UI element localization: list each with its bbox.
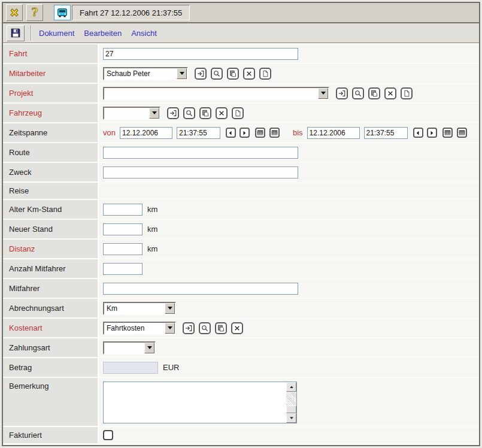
jump-to-record-icon (338, 89, 346, 98)
distanz-input[interactable] (103, 243, 143, 255)
betrag-unit: EUR (163, 363, 179, 372)
jump-to-record-icon (196, 69, 205, 78)
zahlungsart-label: Zahlungsart (3, 338, 98, 357)
menu-item-dokument[interactable]: Dokument (39, 29, 74, 38)
step-back-icon (414, 129, 422, 137)
scrollbar-track[interactable] (286, 392, 296, 405)
bis-next-button[interactable] (427, 128, 437, 138)
calendar-grid-icon (444, 129, 451, 137)
duplicate-record-icon (201, 109, 210, 117)
mitarbeiter-clear-button[interactable] (243, 68, 255, 80)
von-time-calendar-button[interactable] (269, 128, 280, 138)
magnifier-icon (185, 109, 193, 117)
bemerkung-scrollbar[interactable] (286, 382, 296, 423)
help-button[interactable] (26, 4, 43, 21)
dropdown-arrow-icon[interactable] (318, 88, 328, 99)
route-input[interactable] (103, 147, 298, 159)
menu-item-bearbeiten[interactable]: Bearbeiten (84, 29, 122, 38)
von-time-input[interactable] (177, 127, 220, 139)
calendar-grid-icon (271, 129, 278, 137)
mitarbeiter-goto-button[interactable] (195, 68, 207, 80)
alter-km-stand-label: Alter Km-Stand (3, 200, 98, 219)
bis-prev-button[interactable] (413, 128, 423, 138)
close-icon (8, 7, 20, 19)
zweck-input[interactable] (103, 167, 298, 178)
von-next-button[interactable] (240, 128, 250, 138)
projekt-clear-button[interactable] (384, 87, 396, 99)
dropdown-arrow-icon[interactable] (149, 108, 159, 119)
clear-x-icon (217, 109, 226, 117)
fahrzeug-new-button[interactable] (232, 107, 244, 119)
vehicle-tab-button[interactable] (54, 5, 71, 20)
magnifier-icon (213, 69, 221, 78)
route-label: Route (3, 143, 98, 162)
fakturiert-label: Fakturiert (3, 427, 98, 443)
kostenart-clear-button[interactable] (231, 322, 243, 334)
duplicate-record-icon (229, 69, 237, 78)
projekt-select[interactable] (103, 87, 329, 100)
mitfahrer-input[interactable] (103, 283, 298, 295)
scroll-up-button[interactable] (286, 382, 296, 392)
mitarbeiter-select[interactable]: Schaub Peter (103, 67, 188, 80)
dropdown-arrow-icon[interactable] (177, 68, 187, 79)
menu-item-ansicht[interactable]: Ansicht (131, 29, 157, 38)
projekt-label: Projekt (3, 84, 98, 102)
zahlungsart-select[interactable] (103, 341, 156, 355)
fahrzeug-select[interactable] (103, 107, 160, 120)
mitarbeiter-copy-button[interactable] (227, 68, 239, 80)
mitfahrer-label: Mitfahrer (3, 279, 98, 298)
fahrzeug-copy-button[interactable] (199, 107, 211, 119)
scroll-up-icon (289, 384, 295, 390)
von-date-calendar-button[interactable] (255, 128, 265, 138)
bis-time-input[interactable] (364, 127, 408, 139)
step-back-icon (227, 129, 234, 137)
form-row-fahrt: Fahrt (3, 44, 479, 63)
von-date-input[interactable] (120, 127, 172, 139)
projekt-goto-button[interactable] (336, 87, 348, 99)
save-button[interactable] (7, 25, 25, 41)
neuer-stand-input[interactable] (103, 223, 143, 235)
close-button[interactable] (6, 4, 23, 21)
magnifier-icon (201, 324, 209, 332)
form-row-abrechnungsart: Abrechnungsart Km (3, 299, 479, 317)
alter-km-stand-unit: km (147, 205, 157, 214)
anzahl-mitfahrer-input[interactable] (103, 263, 143, 275)
mitarbeiter-search-button[interactable] (211, 68, 223, 80)
form-row-fahrzeug: Fahrzeug (3, 104, 479, 122)
scroll-down-button[interactable] (286, 413, 296, 423)
kostenart-goto-button[interactable] (183, 322, 195, 334)
fahrt-input[interactable] (103, 48, 298, 60)
help-icon (29, 7, 41, 19)
dropdown-arrow-icon[interactable] (165, 323, 175, 334)
floppy-disk-icon (10, 28, 21, 38)
bis-date-input[interactable] (307, 127, 360, 139)
projekt-new-button[interactable] (401, 87, 413, 99)
fahrzeug-search-button[interactable] (183, 107, 195, 119)
bis-time-calendar-button[interactable] (457, 128, 467, 138)
zeitspanne-label: Zeitspanne (3, 123, 98, 142)
scrollbar-thumb[interactable] (286, 405, 296, 413)
projekt-search-button[interactable] (352, 87, 364, 99)
fahrzeug-goto-button[interactable] (167, 107, 179, 119)
mitarbeiter-new-button[interactable] (259, 68, 271, 80)
kostenart-copy-button[interactable] (215, 322, 227, 334)
form-row-alter-km-stand: Alter Km-Stand km (3, 200, 479, 219)
distanz-unit: km (147, 244, 157, 253)
kostenart-select[interactable]: Fahrtkosten (103, 322, 176, 335)
fahrzeug-clear-button[interactable] (216, 107, 228, 119)
fahrzeug-label: Fahrzeug (3, 104, 98, 122)
bis-date-calendar-button[interactable] (442, 128, 453, 138)
dropdown-arrow-icon[interactable] (165, 303, 175, 314)
step-forward-icon (428, 129, 435, 137)
reise-label: Reise (3, 183, 98, 199)
bus-icon (57, 7, 68, 18)
bemerkung-textarea[interactable] (104, 382, 286, 423)
dropdown-arrow-icon[interactable] (144, 343, 154, 353)
von-prev-button[interactable] (226, 128, 236, 138)
projekt-copy-button[interactable] (368, 87, 380, 99)
abrechnungsart-select[interactable]: Km (103, 302, 176, 315)
fakturiert-checkbox[interactable] (103, 430, 113, 440)
kostenart-search-button[interactable] (199, 322, 211, 334)
alter-km-stand-input[interactable] (103, 204, 143, 216)
form-row-reise: Reise (3, 183, 479, 199)
